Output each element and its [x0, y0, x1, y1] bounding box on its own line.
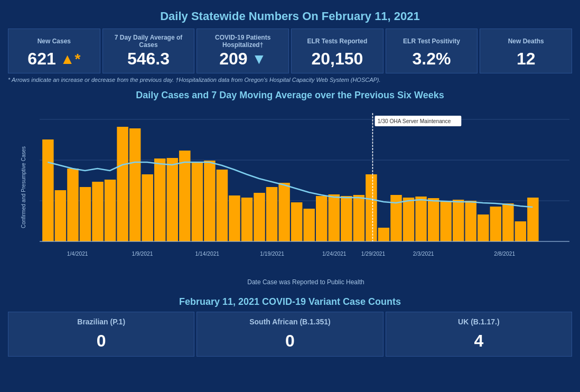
svg-rect-40	[440, 201, 451, 241]
svg-text:1/4/2021: 1/4/2021	[67, 251, 88, 257]
svg-rect-28	[291, 202, 302, 241]
svg-rect-45	[502, 203, 513, 241]
svg-rect-39	[428, 198, 439, 241]
variant-card-uk: UK (B.1.17.) 4	[386, 312, 572, 357]
svg-rect-44	[490, 207, 501, 241]
svg-rect-30	[316, 196, 327, 241]
stat-card-hospitalized: COVID-19 Patients Hospitalized† 209 ▼	[197, 29, 289, 73]
stat-value-elr-tests: 20,150	[297, 49, 378, 69]
svg-text:1/19/2021: 1/19/2021	[260, 251, 284, 257]
svg-rect-34	[366, 174, 377, 241]
svg-text:2/8/2021: 2/8/2021	[494, 251, 515, 257]
svg-text:1/24/2021: 1/24/2021	[322, 251, 347, 257]
new-deaths-number: 12	[517, 49, 536, 69]
svg-rect-8	[42, 139, 53, 241]
svg-rect-14	[117, 127, 128, 241]
svg-rect-47	[527, 198, 538, 241]
variant-value-uk: 4	[391, 331, 566, 351]
stat-label-new-deaths: New Deaths	[485, 33, 566, 49]
svg-rect-27	[278, 183, 289, 241]
svg-rect-26	[266, 187, 277, 241]
svg-rect-24	[241, 198, 252, 241]
stat-card-new-cases: New Cases 621 ▲*	[8, 29, 100, 73]
svg-rect-37	[403, 198, 414, 241]
svg-rect-13	[105, 180, 116, 241]
variant-label-uk: UK (B.1.17.)	[391, 318, 566, 326]
svg-rect-12	[92, 182, 103, 241]
stat-card-elr-positivity: ELR Test Positivity 3.2%	[386, 29, 478, 73]
svg-rect-25	[254, 193, 265, 241]
svg-rect-11	[80, 187, 91, 241]
svg-rect-18	[167, 158, 178, 241]
svg-rect-43	[478, 214, 489, 241]
arrow-down-icon: ▼	[252, 51, 267, 68]
stat-card-new-deaths: New Deaths 12	[480, 29, 572, 73]
svg-rect-23	[229, 195, 240, 241]
stat-label-hospitalized: COVID-19 Patients Hospitalized†	[202, 33, 283, 49]
stat-card-7day: 7 Day Daily Average of Cases 546.3	[102, 29, 195, 73]
stat-label-elr-tests: ELR Tests Reported	[297, 33, 378, 49]
variant-label-south-african: South African (B.1.351)	[202, 318, 377, 326]
svg-rect-46	[515, 221, 526, 241]
svg-rect-35	[378, 228, 389, 241]
svg-rect-41	[453, 200, 464, 241]
svg-rect-21	[204, 161, 215, 241]
stat-value-elr-positivity: 3.2%	[391, 49, 472, 69]
svg-rect-33	[353, 195, 364, 241]
svg-text:1/29/2021: 1/29/2021	[361, 251, 386, 257]
variant-card-brazilian: Brazilian (P.1) 0	[8, 312, 194, 357]
stats-row: New Cases 621 ▲* 7 Day Daily Average of …	[8, 29, 572, 73]
variant-value-south-african: 0	[202, 331, 377, 351]
chart-title: Daily Cases and 7 Day Moving Average ove…	[8, 90, 572, 101]
chart-section: Daily Cases and 7 Day Moving Average ove…	[8, 87, 572, 288]
variant-label-brazilian: Brazilian (P.1)	[14, 318, 189, 326]
elr-tests-number: 20,150	[311, 49, 363, 69]
y-axis-label: Confirmed and Presumptive Cases	[21, 146, 27, 228]
svg-rect-42	[465, 201, 476, 241]
stat-label-new-cases: New Cases	[14, 33, 95, 49]
arrow-up-icon: ▲*	[60, 51, 81, 68]
svg-text:1/14/2021: 1/14/2021	[195, 251, 220, 257]
svg-rect-9	[55, 190, 66, 241]
variant-row: Brazilian (P.1) 0 South African (B.1.351…	[8, 312, 572, 357]
variant-section: February 11, 2021 COVID-19 Variant Case …	[8, 294, 572, 359]
svg-text:2/3/2021: 2/3/2021	[413, 251, 434, 257]
new-cases-number: 621	[27, 49, 55, 69]
7day-number: 546.3	[127, 49, 170, 69]
svg-text:1/9/2021: 1/9/2021	[132, 251, 153, 257]
main-container: Daily Statewide Numbers On February 11, …	[0, 0, 580, 365]
chart-svg: 0 500 1000 1500	[40, 105, 569, 269]
variant-value-brazilian: 0	[14, 331, 189, 351]
elr-positivity-number: 3.2%	[413, 49, 451, 69]
svg-rect-19	[179, 151, 190, 241]
svg-rect-17	[154, 158, 165, 241]
svg-rect-20	[192, 162, 203, 241]
svg-text:1/30 OHA Server Maintenance: 1/30 OHA Server Maintenance	[378, 118, 451, 124]
stat-card-elr-tests: ELR Tests Reported 20,150	[291, 29, 383, 73]
hospitalized-number: 209	[219, 49, 247, 69]
stat-label-7day: 7 Day Daily Average of Cases	[108, 33, 189, 49]
variant-card-south-african: South African (B.1.351) 0	[197, 312, 383, 357]
stat-value-7day: 546.3	[108, 49, 189, 69]
svg-rect-22	[217, 170, 228, 241]
svg-rect-31	[329, 194, 340, 241]
stat-value-hospitalized: 209 ▼	[202, 49, 283, 69]
svg-rect-29	[303, 209, 314, 241]
svg-rect-16	[142, 174, 153, 241]
stat-value-new-cases: 621 ▲*	[14, 49, 95, 69]
footnote: * Arrows indicate an increase or decreas…	[8, 77, 572, 83]
main-title: Daily Statewide Numbers On February 11, …	[8, 5, 572, 29]
variant-title: February 11, 2021 COVID-19 Variant Case …	[8, 296, 572, 307]
stat-label-elr-positivity: ELR Test Positivity	[391, 33, 472, 49]
svg-rect-32	[341, 196, 352, 241]
stat-value-new-deaths: 12	[485, 49, 566, 69]
svg-rect-15	[129, 128, 141, 241]
x-axis-label: Date Case was Reported to Public Health	[40, 278, 572, 286]
svg-rect-10	[67, 169, 78, 241]
svg-rect-38	[415, 197, 426, 241]
